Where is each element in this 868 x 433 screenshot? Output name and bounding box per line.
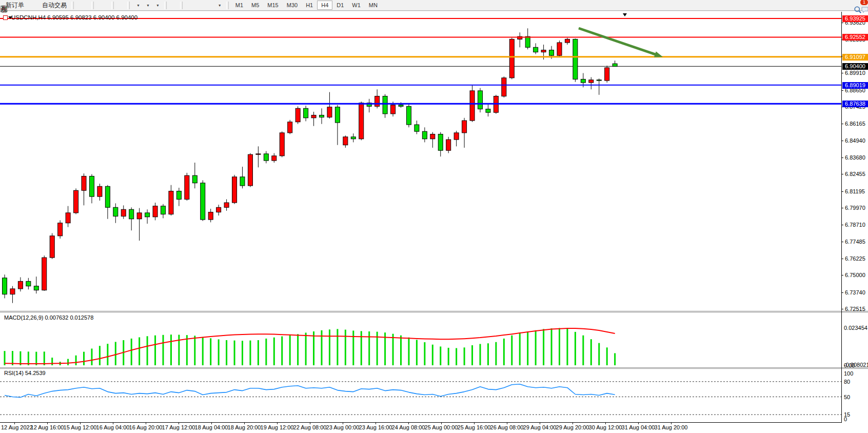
candle-body bbox=[359, 103, 364, 139]
macd-histogram-bar bbox=[495, 342, 497, 365]
auto-trading-button[interactable]: 自动交易 bbox=[38, 0, 69, 10]
tile-windows-button[interactable] bbox=[105, 0, 109, 10]
rsi-pane[interactable] bbox=[0, 369, 841, 422]
candle-body bbox=[446, 140, 451, 150]
candle-body bbox=[82, 176, 86, 190]
zoom-in-button[interactable] bbox=[96, 0, 101, 10]
trend-arrow-annotation[interactable] bbox=[579, 28, 659, 55]
price-tick-mark bbox=[841, 73, 843, 73]
candle-body bbox=[549, 50, 554, 56]
macd-histogram-bar bbox=[448, 348, 449, 365]
macd-histogram-bar bbox=[289, 335, 291, 365]
chat-button[interactable]: 1 bbox=[861, 1, 865, 11]
candle-body bbox=[597, 80, 601, 81]
community-button[interactable] bbox=[30, 0, 34, 10]
macd-histogram-bar bbox=[67, 359, 69, 365]
period-button[interactable]: ▼ bbox=[142, 0, 152, 10]
candle-body bbox=[295, 108, 300, 122]
tf-button-M30[interactable]: M30 bbox=[283, 1, 302, 10]
price-line-badge: 6.93925 bbox=[842, 15, 868, 22]
candle-body bbox=[176, 191, 181, 200]
horizontal-line-button[interactable] bbox=[189, 0, 193, 10]
price-tick-mark bbox=[841, 259, 843, 259]
candle-body bbox=[565, 39, 569, 43]
time-tick-label: 12 Aug 2022 bbox=[1, 424, 33, 430]
candle-body bbox=[264, 154, 268, 161]
price-tick-label: 6.79970 bbox=[845, 205, 865, 211]
rsi-axis-label: 100 bbox=[844, 370, 853, 377]
macd-signal-line bbox=[5, 328, 615, 364]
price-chart-pane[interactable] bbox=[0, 12, 841, 311]
indicator-window-alt-button[interactable] bbox=[121, 0, 125, 10]
text-label-button[interactable]: T bbox=[210, 0, 214, 10]
text-button[interactable]: A bbox=[206, 0, 210, 10]
fibonacci-button[interactable]: F bbox=[202, 0, 206, 10]
cursor-button[interactable] bbox=[169, 0, 173, 10]
candle-body bbox=[224, 203, 229, 207]
chart-window[interactable]: USDCNH,H4 6.90595 6.90823 6.90400 6.9040… bbox=[0, 11, 868, 433]
candle-body bbox=[248, 154, 252, 186]
line-chart-button[interactable] bbox=[85, 0, 89, 10]
macd-histogram-bar bbox=[281, 337, 283, 365]
candle-body bbox=[454, 133, 459, 140]
toolbar-separator bbox=[226, 2, 229, 9]
macd-pane[interactable] bbox=[0, 313, 841, 367]
search-button[interactable] bbox=[854, 1, 858, 11]
add-indicator-button[interactable]: ▼ bbox=[132, 0, 142, 10]
trendline-button[interactable] bbox=[193, 0, 198, 10]
macd-histogram-bar bbox=[131, 339, 132, 365]
arrows-button[interactable]: ▼ bbox=[214, 0, 224, 10]
bar-chart-button[interactable] bbox=[76, 0, 81, 10]
candle-body bbox=[74, 190, 78, 213]
macd-histogram-bar bbox=[535, 330, 537, 365]
signals-button[interactable] bbox=[34, 0, 38, 10]
candlestick-chart-button[interactable] bbox=[81, 0, 85, 10]
candle-body bbox=[534, 47, 538, 52]
tf-button-M1[interactable]: M1 bbox=[231, 1, 247, 10]
candle-body bbox=[58, 223, 63, 236]
gold-button[interactable] bbox=[26, 0, 30, 10]
macd-histogram-bar bbox=[519, 333, 521, 365]
macd-histogram-bar bbox=[559, 328, 560, 365]
price-tick-label: 6.82455 bbox=[845, 171, 865, 177]
indicator-window-button[interactable] bbox=[116, 0, 121, 10]
tf-button-W1[interactable]: W1 bbox=[348, 1, 365, 10]
macd-histogram-bar bbox=[471, 345, 473, 365]
macd-histogram-bar bbox=[249, 341, 251, 365]
time-tick-label: 29 Aug 04:00 bbox=[523, 424, 557, 430]
candle-body bbox=[415, 125, 419, 131]
dropdown-caret: ▼ bbox=[156, 4, 160, 7]
tf-button-D1[interactable]: D1 bbox=[332, 1, 348, 10]
symbol-marker-icon[interactable] bbox=[3, 15, 8, 20]
candle-body bbox=[573, 39, 578, 79]
price-tick-mark bbox=[841, 158, 843, 158]
tf-button-H4[interactable]: H4 bbox=[317, 1, 332, 10]
vertical-line-button[interactable] bbox=[185, 0, 189, 10]
tf-button-M5[interactable]: M5 bbox=[247, 1, 263, 10]
macd-histogram-bar bbox=[178, 334, 180, 365]
tf-button-MN[interactable]: MN bbox=[365, 1, 382, 10]
price-tick-mark bbox=[841, 90, 843, 91]
candle-body bbox=[470, 91, 475, 121]
equidistant-channel-button[interactable]: E bbox=[198, 0, 202, 10]
macd-histogram-bar bbox=[598, 343, 600, 365]
rsi-axis-label: 0 bbox=[844, 416, 847, 422]
crosshair-button[interactable] bbox=[173, 0, 177, 10]
toolbar-separator bbox=[91, 2, 94, 9]
tf-button-M15[interactable]: M15 bbox=[263, 1, 282, 10]
macd-histogram-bar bbox=[163, 335, 164, 365]
symbol-ohlc-info: USDCNH,H4 6.90595 6.90823 6.90400 6.9040… bbox=[11, 14, 137, 21]
candle-body bbox=[50, 236, 54, 258]
pane-separator[interactable] bbox=[0, 311, 868, 312]
candle-body bbox=[383, 96, 387, 113]
tf-button-H1[interactable]: H1 bbox=[302, 1, 317, 10]
price-line-badge: 6.92552 bbox=[842, 34, 868, 41]
template-button[interactable]: ▼ bbox=[152, 0, 162, 10]
macd-histogram-bar bbox=[75, 356, 77, 365]
chart-shift-marker[interactable] bbox=[623, 13, 627, 16]
zoom-out-button[interactable] bbox=[101, 0, 105, 10]
candle-body bbox=[121, 209, 126, 216]
macd-histogram-bar bbox=[527, 331, 528, 365]
candle-body bbox=[129, 209, 134, 219]
price-tick-label: 6.86165 bbox=[845, 121, 865, 127]
